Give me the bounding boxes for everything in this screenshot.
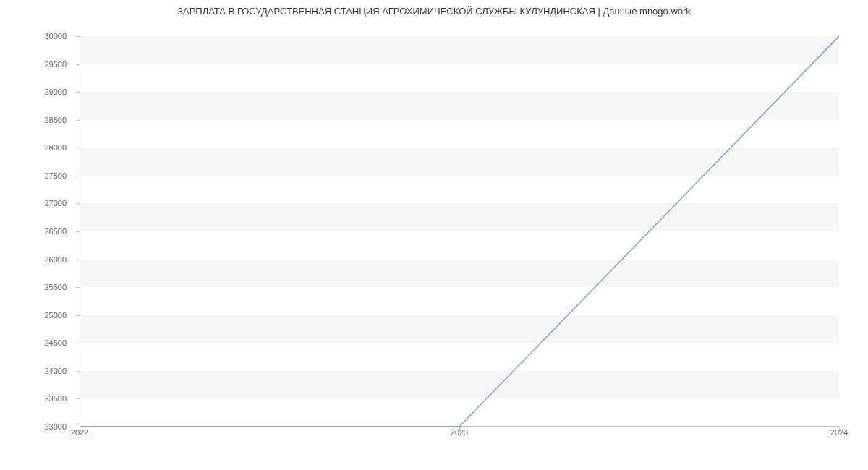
y-tick-label: 25000	[0, 311, 72, 320]
salary-line-chart: ЗАРПЛАТА В ГОСУДАРСТВЕННАЯ СТАНЦИЯ АГРОХ…	[0, 0, 868, 470]
y-tick-label: 30000	[0, 32, 72, 40]
y-axis-labels: 2300023500240002450025000255002600026500…	[0, 36, 72, 427]
y-tick-label: 24000	[0, 367, 72, 375]
plot-area	[80, 36, 839, 427]
x-tick-label: 2024	[830, 428, 848, 437]
y-tick-label: 28500	[0, 116, 72, 124]
chart-title: ЗАРПЛАТА В ГОСУДАРСТВЕННАЯ СТАНЦИЯ АГРОХ…	[0, 6, 868, 17]
x-tick-label: 2022	[71, 428, 88, 437]
x-tick-label: 2023	[451, 428, 468, 437]
y-tick-label: 23000	[0, 422, 72, 431]
y-tick-label: 23500	[0, 394, 72, 403]
x-axis-labels: 202220232024	[80, 428, 839, 443]
y-tick-label: 26000	[0, 255, 72, 264]
series-line	[80, 36, 839, 427]
y-tick-label: 26500	[0, 227, 72, 236]
y-tick-label: 24500	[0, 338, 72, 347]
y-tick-label: 25500	[0, 283, 72, 291]
y-tick-label: 29000	[0, 87, 72, 96]
y-tick-label: 27000	[0, 199, 72, 208]
y-tick-label: 29500	[0, 60, 72, 69]
y-tick-label: 28000	[0, 143, 72, 152]
y-tick-label: 27500	[0, 171, 72, 180]
